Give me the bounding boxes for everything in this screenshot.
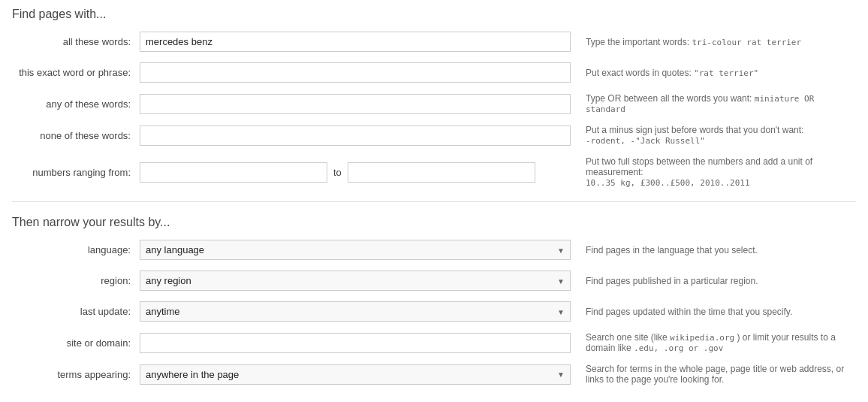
section-divider: [12, 201, 856, 202]
last-update-hint: Find pages updated within the time that …: [571, 307, 856, 317]
all-words-label: all these words:: [12, 36, 140, 47]
region-label: region:: [12, 275, 140, 286]
last-update-row: last update: anytime past 24 hours past …: [12, 301, 856, 322]
find-section: Find pages with... all these words: Type…: [12, 8, 856, 188]
site-domain-row: site or domain: Search one site (like wi…: [12, 332, 856, 353]
last-update-select[interactable]: anytime past 24 hours past week past mon…: [140, 301, 571, 322]
numbers-from-input[interactable]: [140, 162, 327, 183]
any-words-row: any of these words: Type OR between all …: [12, 93, 856, 114]
language-select[interactable]: any language English French German Spani…: [140, 240, 571, 260]
all-words-input-wrap: [140, 32, 571, 52]
language-select-wrap: any language English French German Spani…: [140, 240, 571, 260]
find-title: Find pages with...: [12, 8, 856, 21]
narrow-section: Then narrow your results by... language:…: [12, 216, 856, 385]
terms-appearing-hint: Search for terms in the whole page, page…: [571, 364, 856, 385]
numbers-input-wrap: to: [140, 162, 571, 183]
any-words-input-wrap: [140, 94, 571, 114]
region-select-wrap: any region United Kingdom United States …: [140, 271, 571, 291]
exact-phrase-row: this exact word or phrase: Put exact wor…: [12, 62, 856, 83]
language-label: language:: [12, 244, 140, 255]
site-domain-input[interactable]: [140, 333, 571, 353]
region-row: region: any region United Kingdom United…: [12, 271, 856, 291]
none-words-row: none of these words: Put a minus sign ju…: [12, 125, 856, 146]
region-hint: Find pages published in a particular reg…: [571, 276, 856, 286]
region-select[interactable]: any region United Kingdom United States …: [140, 271, 571, 291]
terms-appearing-select[interactable]: anywhere in the page in the title of the…: [140, 364, 571, 385]
all-words-hint: Type the important words: tri-colour rat…: [571, 37, 856, 47]
terms-appearing-select-wrap: anywhere in the page in the title of the…: [140, 364, 571, 385]
all-words-row: all these words: Type the important word…: [12, 32, 856, 52]
exact-phrase-input[interactable]: [140, 62, 571, 83]
last-update-select-wrap: anytime past 24 hours past week past mon…: [140, 301, 571, 322]
last-update-label: last update:: [12, 306, 140, 317]
narrow-title: Then narrow your results by...: [12, 216, 856, 229]
numbers-to-input[interactable]: [348, 162, 535, 183]
site-domain-input-wrap: [140, 333, 571, 353]
numbers-hint: Put two full stops between the numbers a…: [571, 156, 856, 188]
exact-phrase-hint: Put exact words in quotes: "rat terrier": [571, 68, 856, 78]
any-words-hint: Type OR between all the words you want: …: [571, 93, 856, 114]
site-domain-hint: Search one site (like wikipedia.org ) or…: [571, 332, 856, 353]
any-words-input[interactable]: [140, 94, 571, 114]
none-words-input[interactable]: [140, 125, 571, 146]
none-words-hint: Put a minus sign just before words that …: [571, 125, 856, 146]
language-hint: Find pages in the language that you sele…: [571, 245, 856, 255]
numbers-row: numbers ranging from: to Put two full st…: [12, 156, 856, 188]
terms-appearing-label: terms appearing:: [12, 369, 140, 380]
language-row: language: any language English French Ge…: [12, 240, 856, 260]
terms-appearing-row: terms appearing: anywhere in the page in…: [12, 364, 856, 385]
numbers-to-label: to: [333, 167, 342, 178]
none-words-input-wrap: [140, 125, 571, 146]
site-domain-label: site or domain:: [12, 337, 140, 349]
exact-phrase-label: this exact word or phrase:: [12, 67, 140, 78]
exact-phrase-input-wrap: [140, 62, 571, 83]
numbers-label: numbers ranging from:: [12, 167, 140, 178]
any-words-label: any of these words:: [12, 98, 140, 110]
all-words-input[interactable]: [140, 32, 571, 52]
none-words-label: none of these words:: [12, 130, 140, 141]
